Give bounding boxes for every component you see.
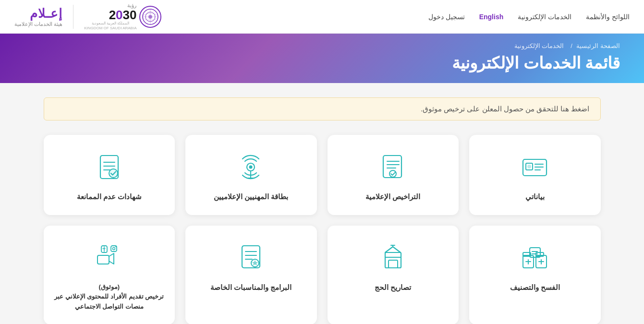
vision-text-block: رؤية 2030 المملكة العربية السعوديةKINGDO… — [84, 2, 136, 31]
svg-point-52 — [112, 248, 115, 250]
kaaba-icon — [376, 241, 410, 275]
broadcast-icon — [234, 150, 268, 184]
brand-name: إعـلام — [14, 6, 62, 21]
nav-eservices[interactable]: الخدمات الإلكترونية — [518, 13, 571, 21]
breadcrumb-separator: / — [571, 42, 572, 49]
svg-point-53 — [115, 246, 116, 247]
svg-rect-43 — [242, 246, 260, 268]
service-my-data-label: بياناتي — [525, 192, 545, 203]
brand-logo: إعـلام هيئة الخدمات الإعلامية — [14, 6, 62, 27]
service-media-licenses-label: التراخيص الإعلامية — [365, 192, 420, 203]
service-grid-row1: بياناتي التراخيص الإعلامية — [44, 135, 601, 215]
vision-circle-icon — [139, 6, 161, 28]
alert-banner[interactable]: اضغط هنا للتحقق من حصول المعلن على ترخيص… — [44, 97, 601, 120]
nav-english[interactable]: English — [479, 13, 504, 21]
service-hajj[interactable]: تصاريح الحج — [328, 226, 459, 324]
page-title: قائمة الخدمات الإلكترونية — [24, 53, 620, 72]
logo-divider — [73, 5, 73, 29]
vision-badge: رؤية 2030 المملكة العربية السعوديةKINGDO… — [84, 2, 161, 31]
brand-sub: هيئة الخدمات الإعلامية — [14, 21, 62, 27]
id-card-icon — [518, 150, 552, 184]
service-trusted[interactable]: (موثوق) ترخيص تقديم الأفراد للمحتوى الإع… — [44, 226, 175, 324]
main-content: اضغط هنا للتحقق من حصول المعلن على ترخيص… — [34, 83, 610, 324]
service-no-objection[interactable]: شهادات عدم الممانعة — [44, 135, 175, 215]
service-programs[interactable]: البرامج والمناسبات الخاصة — [185, 226, 317, 324]
top-navigation: اللوائح والأنظمة الخدمات الإلكترونية Eng… — [0, 0, 644, 34]
svg-point-25 — [109, 169, 118, 178]
nav-login[interactable]: تسجيل دخول — [428, 13, 465, 21]
service-media-card[interactable]: بطاقة المهنيين الإعلاميين — [185, 135, 317, 215]
service-trusted-label: (موثوق) ترخيص تقديم الأفراد للمحتوى الإع… — [53, 282, 166, 312]
svg-point-11 — [527, 165, 531, 168]
folders-icon — [518, 241, 552, 275]
doc-check-icon — [92, 150, 126, 184]
doc-medal-icon — [234, 241, 268, 275]
service-no-objection-label: شهادات عدم الممانعة — [77, 192, 142, 203]
svg-rect-12 — [383, 156, 401, 178]
breadcrumb-home[interactable]: الصفحة الرئيسية — [576, 42, 620, 49]
svg-point-18 — [249, 165, 253, 168]
logo-area: رؤية 2030 المملكة العربية السعوديةKINGDO… — [14, 2, 161, 31]
svg-rect-39 — [389, 260, 398, 268]
svg-marker-48 — [252, 260, 258, 265]
service-vetting[interactable]: الفسح والتصنيف — [469, 226, 601, 324]
breadcrumb-current: الخدمات الإلكترونية — [514, 42, 564, 49]
service-vetting-label: الفسح والتصنيف — [510, 282, 560, 293]
social-media-icon — [92, 241, 126, 275]
svg-rect-49 — [97, 255, 109, 264]
certificate-icon — [376, 150, 410, 184]
vision-country: المملكة العربية السعوديةKINGDOM OF SAUDI… — [84, 21, 136, 31]
svg-marker-38 — [385, 247, 401, 252]
nav-menu: اللوائح والأنظمة الخدمات الإلكترونية Eng… — [428, 12, 630, 21]
service-grid-row2: الفسح والتصنيف تصاريح الحج — [44, 226, 601, 324]
nav-regulations[interactable]: اللوائح والأنظمة — [586, 13, 630, 21]
service-hajj-label: تصاريح الحج — [375, 282, 411, 293]
service-programs-label: البرامج والمناسبات الخاصة — [210, 282, 292, 293]
service-media-licenses[interactable]: التراخيص الإعلامية — [328, 135, 459, 215]
svg-marker-50 — [109, 253, 114, 264]
service-media-card-label: بطاقة المهنيين الإعلاميين — [214, 192, 288, 203]
vision-year: 2030 — [84, 9, 136, 21]
hero-banner: الصفحة الرئيسية / الخدمات الإلكترونية قا… — [0, 34, 644, 83]
service-my-data[interactable]: بياناتي — [469, 135, 601, 215]
breadcrumb: الصفحة الرئيسية / الخدمات الإلكترونية — [24, 42, 620, 49]
